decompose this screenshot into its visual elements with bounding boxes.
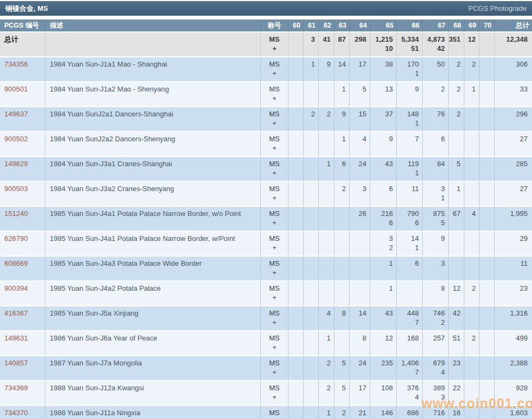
grade-cell-68: 12 xyxy=(448,281,464,306)
table-row: 6267901985 Yuan Sun-J4a1 Potala Palace N… xyxy=(0,232,532,257)
grade-cell-61 xyxy=(303,306,318,331)
designation-cell: MS+ xyxy=(260,406,288,419)
grade-cell-63: 6 xyxy=(334,157,349,182)
total-cell: 2,388 xyxy=(494,356,532,381)
page-title: 铜镍合金, MS xyxy=(5,4,48,14)
grade-cell-70 xyxy=(479,82,494,107)
column-header-description: 描述 xyxy=(45,19,260,32)
grade-cell-62 xyxy=(318,182,334,207)
pcgs-number-link[interactable]: 140857 xyxy=(4,359,28,367)
grade-cell-64: 17 xyxy=(349,381,370,406)
pcgs-number-cell: 140857 xyxy=(0,356,45,381)
grade-cell-61: 1 xyxy=(303,57,318,82)
grade-cell-67: 8755 xyxy=(422,207,448,232)
grade-cell-69 xyxy=(464,157,479,182)
designation-cell: MS+ xyxy=(260,57,288,82)
grade-cell-65: 2166 xyxy=(370,207,396,232)
grade-cell-67: 84 xyxy=(422,157,448,182)
total-cell: 27 xyxy=(494,182,532,207)
pcgs-number-link[interactable]: 416367 xyxy=(4,309,28,317)
grade-cell-62 xyxy=(318,257,334,281)
pcgs-number-link[interactable]: 151240 xyxy=(4,210,28,218)
grade-cell-61 xyxy=(303,281,318,306)
grade-cell-64: 21 xyxy=(349,406,370,419)
column-header-63: 63 xyxy=(334,19,349,32)
table-row: 1496311986 Yuan Sun-J6a Year of PeaceMS+… xyxy=(0,331,532,356)
pcgs-number-link[interactable]: 734369 xyxy=(4,384,28,392)
pcgs-number-cell: 734356 xyxy=(0,57,45,82)
pcgs-number-link[interactable]: 626790 xyxy=(4,234,28,243)
grade-cell-63 xyxy=(334,207,349,232)
pcgs-number-link[interactable]: 734370 xyxy=(4,409,28,417)
pcgs-number-link[interactable]: 149637 xyxy=(4,110,28,118)
grade-cell-69 xyxy=(464,406,479,419)
designation-cell: MS+ xyxy=(260,356,288,381)
column-header-67: 67 xyxy=(422,19,448,32)
grade-cell-68: 2 xyxy=(448,107,464,132)
table-row: 9003941985 Yuan Sun-J4a2 Potala PalaceMS… xyxy=(0,281,532,306)
pcgs-number-link[interactable]: 149631 xyxy=(4,334,28,342)
grade-cell-65: 1 xyxy=(370,257,396,281)
table-header: PCGS 编号描述称号6061626364656667686970总计 xyxy=(0,19,532,32)
pcgs-number-link[interactable]: 608669 xyxy=(4,259,28,267)
pcgs-number-cell: 734369 xyxy=(0,381,45,406)
total-cell: 296 xyxy=(494,107,532,132)
grade-cell-69 xyxy=(464,306,479,331)
grade-cell-69: 2 xyxy=(464,57,479,82)
grade-cell-70 xyxy=(479,232,494,257)
designation-cell: MS+ xyxy=(260,331,288,356)
pcgs-number-link[interactable]: 900501 xyxy=(4,85,28,93)
grade-cell-65: 1 xyxy=(370,281,396,306)
grade-cell-61 xyxy=(303,232,318,257)
grade-cell-62: 1 xyxy=(318,331,334,356)
grade-cell-70 xyxy=(479,281,494,306)
grade-cell-70 xyxy=(479,306,494,331)
grade-cell-65: 43 xyxy=(370,306,396,331)
grade-cell-65: 1461 xyxy=(370,406,396,419)
grade-cell-61 xyxy=(303,182,318,207)
grade-cell-64 xyxy=(349,281,370,306)
description-cell: 1984 Yuan Sun-J3a1 Cranes-Shanghai xyxy=(45,157,260,182)
totals-row: 总计MS+ 3 41 87 298 1,215105,334514,873423… xyxy=(0,32,532,57)
grade-cell-61 xyxy=(303,331,318,356)
grade-cell-62: 41 xyxy=(318,32,334,57)
pcgs-number-cell: 900503 xyxy=(0,182,45,207)
table-row: 7343561984 Yuan Sun-J1a1 Mao - ShanghaiM… xyxy=(0,57,532,82)
totals-label: 总计 xyxy=(0,32,45,57)
grade-cell-60 xyxy=(288,381,303,406)
pcgs-number-link[interactable]: 734356 xyxy=(4,60,28,68)
description-cell: 1985 Yuan Sun-J4a2 Potala Palace xyxy=(45,281,260,306)
description-cell xyxy=(45,32,260,57)
grade-cell-68: 2 xyxy=(448,57,464,82)
grade-cell-63: 1 xyxy=(334,82,349,107)
grade-cell-69: 2 xyxy=(464,331,479,356)
pcgs-number-cell: 608669 xyxy=(0,257,45,281)
pcgs-number-link[interactable]: 900502 xyxy=(4,135,28,143)
grade-cell-65: 37 xyxy=(370,107,396,132)
grade-cell-69 xyxy=(464,232,479,257)
table-row: 9005021984 Yuan SunJ2a2 Dancers-Shenyang… xyxy=(0,132,532,157)
grade-cell-65: 1,21510 xyxy=(370,32,396,57)
grade-cell-63: 5 xyxy=(334,381,349,406)
grade-cell-64: 3 xyxy=(349,182,370,207)
photograde-link[interactable]: PCGS Photograde xyxy=(468,4,527,12)
pcgs-number-link[interactable]: 149629 xyxy=(4,160,28,168)
description-cell: 1985 Yuan Sun-J4a1 Potala Palace Narrow … xyxy=(45,207,260,232)
grade-cell-66: 1,4067 xyxy=(396,356,422,381)
pcgs-number-link[interactable]: 900394 xyxy=(4,284,28,292)
grade-cell-65: 38 xyxy=(370,57,396,82)
grade-cell-64: 24 xyxy=(349,157,370,182)
grade-cell-63: 9 xyxy=(334,107,349,132)
table-row: 1408571987 Yuan Sun-J7a MongoliaMS+ 2 5 … xyxy=(0,356,532,381)
grade-cell-70 xyxy=(479,406,494,419)
grade-cell-66: 4487 xyxy=(396,306,422,331)
table-row: 7343701988 Yuan Sun-J11a NingxiaMS+ 1 2 … xyxy=(0,406,532,419)
grade-cell-68 xyxy=(448,232,464,257)
description-cell: 1985 Yuan Sun-J4a1 Potala Palace Narrow … xyxy=(45,232,260,257)
grade-cell-60 xyxy=(288,406,303,419)
pcgs-number-cell: 149637 xyxy=(0,107,45,132)
pcgs-number-cell: 626790 xyxy=(0,232,45,257)
pcgs-number-link[interactable]: 900503 xyxy=(4,185,28,193)
grade-cell-63 xyxy=(334,232,349,257)
pcgs-number-cell: 149629 xyxy=(0,157,45,182)
